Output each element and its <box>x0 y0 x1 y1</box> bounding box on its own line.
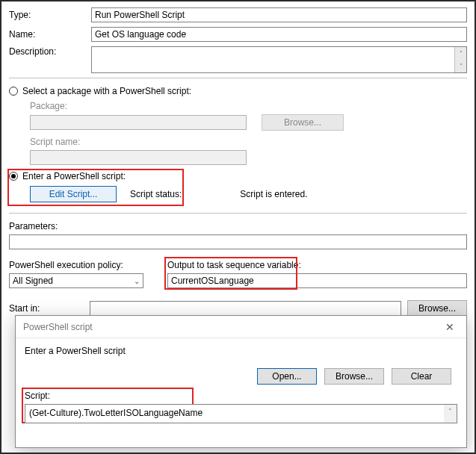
script-status-value: Script is entered. <box>240 189 307 199</box>
outputvar-label: Output to task sequence variable: <box>167 260 467 270</box>
dialog-title: PowerShell script <box>23 322 93 332</box>
chevron-up-icon[interactable]: ˄ <box>455 47 466 60</box>
policy-group: PowerShell execution policy: All Signed … <box>9 260 152 288</box>
package-label: Package: <box>30 101 467 111</box>
radio-checked-icon[interactable] <box>9 172 18 181</box>
description-row: Description: ˄ ˅ <box>9 46 467 73</box>
startin-label: Start in: <box>9 303 84 314</box>
dialog-titlebar[interactable]: PowerShell script ✕ <box>16 316 466 338</box>
package-browse-button: Browse... <box>262 114 344 131</box>
separator-2 <box>9 213 467 214</box>
package-field <box>30 115 247 130</box>
clear-button[interactable]: Clear <box>392 368 451 385</box>
close-button[interactable]: ✕ <box>438 318 462 336</box>
close-icon: ✕ <box>445 321 454 333</box>
policy-value: All Signed <box>13 276 53 286</box>
package-group: Package: Browse... Script name: <box>30 101 467 165</box>
radio-select-package-label: Select a package with a PowerShell scrip… <box>22 86 191 96</box>
scriptname-label: Script name: <box>30 137 467 147</box>
type-row: Type: <box>9 7 467 22</box>
script-content: (Get-Culture).TwoLetterISOLanguageName <box>29 408 203 418</box>
parameters-label: Parameters: <box>9 221 467 231</box>
dialog-body: Enter a PowerShell script Open... Browse… <box>16 338 466 447</box>
description-field[interactable] <box>91 46 467 73</box>
main-panel: Type: Name: Description: ˄ ˅ Select a pa… <box>1 1 475 317</box>
powershell-script-dialog: PowerShell script ✕ Enter a PowerShell s… <box>15 315 467 448</box>
description-wrap: ˄ ˅ <box>91 46 467 73</box>
outputvar-group: Output to task sequence variable: <box>167 260 467 288</box>
radio-enter-script[interactable]: Enter a PowerShell script: <box>9 171 467 181</box>
scroll-up-icon[interactable]: ˄ <box>444 405 457 417</box>
startin-browse-button[interactable]: Browse... <box>407 300 467 317</box>
name-row: Name: <box>9 27 467 42</box>
dialog-prompt: Enter a PowerShell script <box>25 346 457 356</box>
type-label: Type: <box>9 10 91 20</box>
dialog-button-row: Open... Browse... Clear <box>25 368 451 385</box>
type-field[interactable] <box>91 7 467 22</box>
edit-script-button[interactable]: Edit Script... <box>30 186 117 202</box>
scriptname-field <box>30 150 247 165</box>
scrollbar[interactable]: ˄ <box>444 405 457 423</box>
dialog-browse-button[interactable]: Browse... <box>324 368 384 385</box>
radio-enter-script-label: Enter a PowerShell script: <box>22 171 126 181</box>
policy-label: PowerShell execution policy: <box>9 260 152 270</box>
outputvar-field[interactable] <box>167 273 467 288</box>
description-spinner[interactable]: ˄ ˅ <box>454 47 466 72</box>
name-field[interactable] <box>91 27 467 42</box>
script-textarea[interactable]: (Get-Culture).TwoLetterISOLanguageName ˄ <box>25 404 457 423</box>
name-label: Name: <box>9 29 91 40</box>
radio-unchecked-icon[interactable] <box>9 87 18 96</box>
script-label: Script: <box>25 391 457 401</box>
radio-select-package[interactable]: Select a package with a PowerShell scrip… <box>9 86 467 96</box>
separator-1 <box>9 78 467 78</box>
script-status-label: Script status: <box>130 189 182 199</box>
chevron-down-icon[interactable]: ˅ <box>455 60 466 72</box>
chevron-down-icon: ⌄ <box>132 277 141 285</box>
open-button[interactable]: Open... <box>257 368 317 385</box>
startin-field[interactable] <box>90 301 401 316</box>
description-label: Description: <box>9 46 91 57</box>
parameters-field[interactable] <box>9 234 467 249</box>
policy-select[interactable]: All Signed ⌄ <box>9 273 143 288</box>
